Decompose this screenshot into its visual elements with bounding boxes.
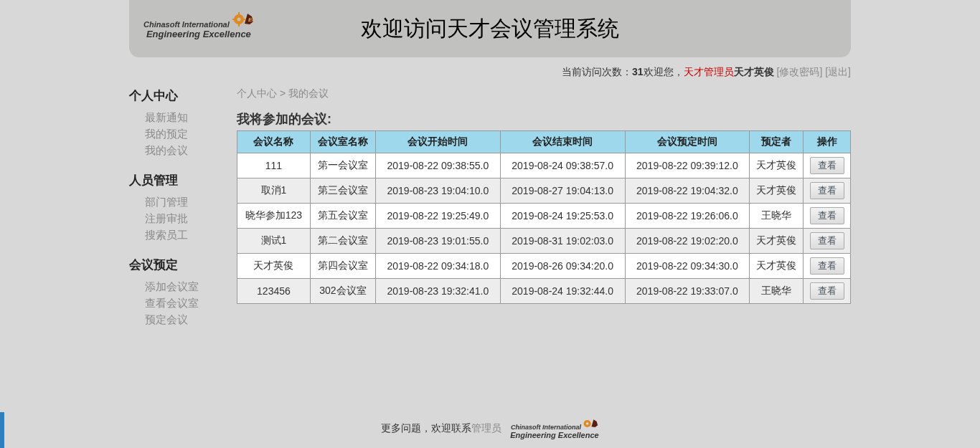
table-row: 取消1第三会议室2019-08-23 19:04:10.02019-08-27 …: [237, 178, 851, 204]
table-cell-by: 天才英俊: [750, 178, 804, 204]
table-cell-end: 2019-08-26 09:34:20.0: [500, 254, 625, 279]
table-header: 会议名称: [237, 131, 311, 153]
breadcrumb-sep: >: [280, 87, 286, 99]
table-cell-name: 取消1: [237, 178, 311, 204]
table-cell-room: 第三会议室: [310, 178, 375, 204]
footer-admin-link[interactable]: 管理员: [471, 422, 501, 434]
user-role: 天才管理员: [684, 66, 734, 77]
table-cell-name: 晓华参加123: [237, 204, 311, 229]
table-cell-booked: 2019-08-22 19:02:20.0: [625, 229, 750, 254]
table-cell-by: 天才英俊: [750, 153, 804, 178]
gear-icon: [583, 418, 598, 431]
table-cell-end: 2019-08-27 19:04:13.0: [500, 178, 625, 204]
view-button[interactable]: 查看: [810, 282, 844, 300]
table-cell-end: 2019-08-31 19:02:03.0: [500, 229, 625, 254]
sidebar-item[interactable]: 注册审批: [129, 211, 237, 227]
breadcrumb: 个人中心 > 我的会议: [237, 87, 851, 100]
view-button[interactable]: 查看: [810, 207, 844, 224]
table-cell-end: 2019-08-24 19:25:53.0: [500, 204, 625, 229]
sidebar-item[interactable]: 添加会议室: [129, 279, 237, 295]
sidebar-item[interactable]: 最新通知: [129, 110, 237, 126]
sidebar-item[interactable]: 查看会议室: [129, 295, 237, 312]
table-cell-start: 2019-08-23 19:01:55.0: [375, 229, 500, 254]
table-header: 预定者: [750, 131, 804, 153]
view-button[interactable]: 查看: [810, 182, 844, 199]
welcome-text: 欢迎您，: [644, 66, 684, 77]
table-cell-room: 第二会议室: [310, 229, 375, 254]
meetings-table: 会议名称会议室名称会议开始时间会议结束时间会议预定时间预定者操作 111第一会议…: [237, 130, 851, 304]
table-cell-name: 123456: [237, 279, 311, 304]
view-button[interactable]: 查看: [810, 232, 844, 249]
user-name: 天才英俊: [734, 66, 774, 77]
table-header: 会议开始时间: [375, 131, 500, 153]
sidebar-section-title: 个人中心: [129, 87, 237, 104]
table-cell-ops: 查看: [804, 153, 851, 178]
sidebar-section-title: 人员管理: [129, 172, 237, 189]
footer-text: 更多问题，欢迎联系: [381, 422, 471, 434]
table-cell-end: 2019-08-24 09:38:57.0: [500, 153, 625, 178]
table-cell-booked: 2019-08-22 09:34:30.0: [625, 254, 750, 279]
table-header: 操作: [804, 131, 851, 153]
section-heading: 我将参加的会议:: [237, 110, 851, 128]
table-cell-booked: 2019-08-22 19:26:06.0: [625, 204, 750, 229]
logout-link[interactable]: [退出]: [825, 66, 851, 77]
table-row: 天才英俊第四会议室2019-08-22 09:34:18.02019-08-26…: [237, 254, 851, 279]
table-cell-by: 天才英俊: [750, 254, 804, 279]
table-cell-ops: 查看: [804, 178, 851, 204]
sidebar-item[interactable]: 我的预定: [129, 126, 237, 143]
table-header: 会议预定时间: [625, 131, 750, 153]
table-cell-by: 王晓华: [750, 204, 804, 229]
table-cell-room: 第一会议室: [310, 153, 375, 178]
table-cell-start: 2019-08-22 09:34:18.0: [375, 254, 500, 279]
view-button[interactable]: 查看: [810, 257, 844, 275]
table-header: 会议结束时间: [500, 131, 625, 153]
footer: 更多问题，欢迎联系管理员 Chinasoft International Eng…: [0, 414, 980, 444]
table-row: 111第一会议室2019-08-22 09:38:55.02019-08-24 …: [237, 153, 851, 178]
sidebar-section-title: 会议预定: [129, 257, 237, 273]
table-cell-room: 第四会议室: [310, 254, 375, 279]
table-cell-start: 2019-08-22 09:38:55.0: [375, 153, 500, 178]
table-cell-booked: 2019-08-22 19:04:32.0: [625, 178, 750, 204]
visits-label: 当前访问次数：: [562, 66, 632, 77]
table-cell-start: 2019-08-23 19:04:10.0: [375, 178, 500, 204]
table-cell-by: 王晓华: [750, 279, 804, 304]
sidebar: 个人中心最新通知我的预定我的会议人员管理部门管理注册审批搜索员工会议预定添加会议…: [129, 83, 237, 328]
footer-logo: Chinasoft International Engineering Exce…: [510, 418, 599, 439]
change-password-link[interactable]: [修改密码]: [777, 66, 823, 77]
main-content: 个人中心 > 我的会议 我将参加的会议: 会议名称会议室名称会议开始时间会议结束…: [237, 83, 851, 328]
table-cell-room: 302会议室: [310, 279, 375, 304]
sidebar-item[interactable]: 搜索员工: [129, 227, 237, 244]
table-cell-booked: 2019-08-22 19:33:07.0: [625, 279, 750, 304]
table-cell-name: 天才英俊: [237, 254, 311, 279]
breadcrumb-b: 我的会议: [288, 87, 329, 99]
svg-point-8: [586, 422, 589, 425]
visits-value: 31: [632, 66, 644, 77]
info-bar: 当前访问次数：31欢迎您，天才管理员天才英俊 [修改密码] [退出]: [0, 66, 851, 79]
table-row: 测试1第二会议室2019-08-23 19:01:55.02019-08-31 …: [237, 229, 851, 254]
table-row: 123456302会议室2019-08-23 19:32:41.02019-08…: [237, 279, 851, 304]
view-button[interactable]: 查看: [810, 157, 844, 174]
table-cell-name: 测试1: [237, 229, 311, 254]
table-cell-ops: 查看: [804, 254, 851, 279]
page-title: 欢迎访问天才会议管理系统: [129, 14, 851, 44]
table-row: 晓华参加123第五会议室2019-08-22 19:25:49.02019-08…: [237, 204, 851, 229]
sidebar-item[interactable]: 我的会议: [129, 143, 237, 159]
table-cell-name: 111: [237, 153, 311, 178]
footer-accent: [0, 412, 4, 448]
table-cell-by: 天才英俊: [750, 229, 804, 254]
table-cell-ops: 查看: [804, 229, 851, 254]
sidebar-item[interactable]: 预定会议: [129, 312, 237, 328]
table-cell-ops: 查看: [804, 204, 851, 229]
sidebar-item[interactable]: 部门管理: [129, 194, 237, 211]
table-cell-ops: 查看: [804, 279, 851, 304]
table-cell-booked: 2019-08-22 09:39:12.0: [625, 153, 750, 178]
table-header: 会议室名称: [310, 131, 375, 153]
header: Chinasoft International Ee Engineering E…: [129, 0, 851, 57]
table-cell-start: 2019-08-22 19:25:49.0: [375, 204, 500, 229]
table-cell-end: 2019-08-24 19:32:44.0: [500, 279, 625, 304]
breadcrumb-a[interactable]: 个人中心: [237, 87, 277, 99]
table-cell-start: 2019-08-23 19:32:41.0: [375, 279, 500, 304]
table-cell-room: 第五会议室: [310, 204, 375, 229]
